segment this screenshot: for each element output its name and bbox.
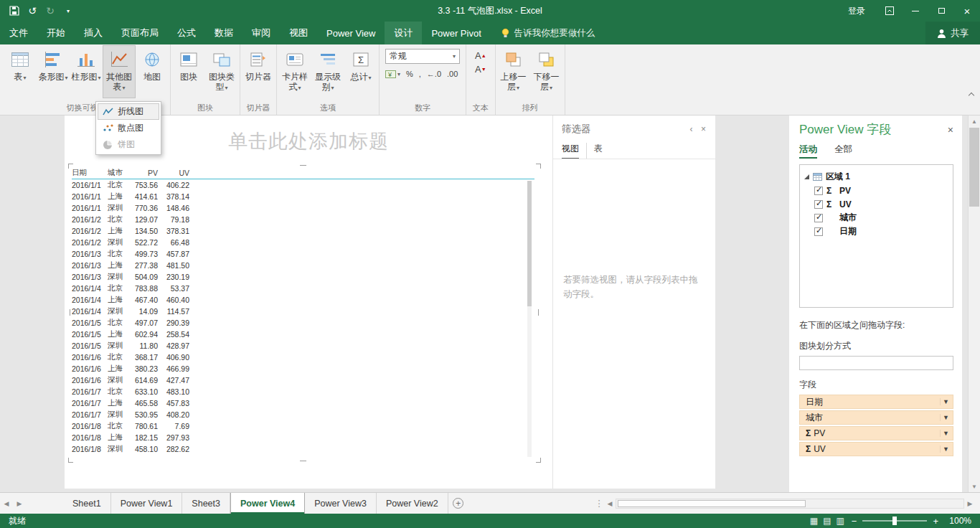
ribbon-tab[interactable]: 设计 <box>385 22 422 44</box>
currency-format-button[interactable]: ¥▾ <box>385 70 400 78</box>
fields-panel-tab[interactable]: 全部 <box>834 143 852 159</box>
sign-in-button[interactable]: 登录 <box>837 5 877 17</box>
ribbon-display-options-button[interactable] <box>877 0 903 22</box>
resize-handle[interactable] <box>70 309 70 316</box>
expander-icon[interactable] <box>804 174 809 179</box>
resize-handle[interactable] <box>68 458 73 463</box>
decrease-font-button[interactable]: A▼ <box>475 65 486 74</box>
well-dropdown-icon[interactable]: ▼ <box>940 430 951 437</box>
chart-menu-item[interactable]: 饼图 <box>98 136 159 153</box>
table-scrollbar[interactable] <box>527 181 532 457</box>
horizontal-scrollbar-thumb[interactable] <box>618 500 806 507</box>
chart-menu-item[interactable]: 散点图 <box>98 120 159 136</box>
table-row[interactable]: 2016/1/7 深圳 530.95 408.20 <box>72 409 534 420</box>
chart-menu-item[interactable]: 折线图 <box>98 103 159 120</box>
comma-format-button[interactable]: , <box>419 70 421 78</box>
table-row[interactable]: 2016/1/1 深圳 770.36 148.46 <box>72 202 534 214</box>
table-row[interactable]: 2016/1/6 深圳 614.69 427.47 <box>72 374 534 386</box>
field-checkbox[interactable] <box>814 187 823 195</box>
zoom-level[interactable]: 100% <box>946 516 971 526</box>
card-style-button[interactable]: 卡片样式▾ <box>278 45 311 98</box>
table-row[interactable]: 2016/1/5 北京 497.07 290.39 <box>72 317 534 329</box>
fields-panel-tab[interactable]: 活动 <box>799 143 817 159</box>
save-button[interactable] <box>6 1 23 20</box>
table-row[interactable]: 2016/1/2 深圳 522.72 66.48 <box>72 237 534 248</box>
table-row[interactable]: 2016/1/2 北京 129.07 79.18 <box>72 214 534 225</box>
table-row[interactable]: 2016/1/5 上海 602.94 258.54 <box>72 329 534 340</box>
table-row[interactable]: 2016/1/4 上海 467.40 460.40 <box>72 294 534 306</box>
table-row[interactable]: 2016/1/6 上海 380.23 466.99 <box>72 363 534 374</box>
field-well[interactable]: 城市 ▼ <box>799 410 953 425</box>
tile-type-button[interactable]: 图块类型▾ <box>205 45 238 98</box>
field-checkbox[interactable] <box>814 200 823 209</box>
totals-button[interactable]: Σ 总计▾ <box>344 45 377 98</box>
sheet-tab[interactable]: Power View1 <box>111 493 183 514</box>
ribbon-tab[interactable]: 视图 <box>280 22 317 44</box>
table-row[interactable]: 2016/1/2 上海 134.50 378.31 <box>72 225 534 237</box>
field-list-item[interactable]: 城市 <box>814 211 948 225</box>
field-checkbox[interactable] <box>814 227 823 236</box>
field-list-item[interactable]: Σ PV <box>814 184 948 197</box>
table-visual[interactable]: 日期 城市 PV UV 2016/1/1 北京 753.56 406.22 20… <box>72 167 534 457</box>
resize-handle[interactable] <box>538 309 539 316</box>
resize-handle[interactable] <box>300 165 306 166</box>
vertical-scrollbar-thumb[interactable] <box>969 128 979 207</box>
field-table-row[interactable]: 区域 1 <box>804 169 948 184</box>
resize-handle[interactable] <box>68 164 73 169</box>
ribbon-tab[interactable]: 公式 <box>168 22 205 44</box>
scroll-right-icon[interactable]: ▶ <box>964 500 976 507</box>
table-row[interactable]: 2016/1/8 深圳 458.10 282.62 <box>72 443 534 455</box>
field-well[interactable]: Σ UV ▼ <box>799 442 953 456</box>
zoom-in-button[interactable]: + <box>933 517 938 526</box>
other-chart-button[interactable]: 其他图表▾ <box>103 45 136 98</box>
table-row[interactable]: 2016/1/3 北京 499.73 457.87 <box>72 248 534 260</box>
number-format-select[interactable]: 常规▾ <box>385 49 460 64</box>
increase-font-button[interactable]: A▲ <box>475 51 486 60</box>
increase-decimal-button[interactable]: ←.0 <box>427 70 441 78</box>
send-backward-button[interactable]: 下移一层▾ <box>530 45 563 98</box>
tab-scroll-splitter[interactable]: ⋮ <box>594 493 604 514</box>
table-scrollbar-thumb[interactable] <box>527 181 532 306</box>
close-panel-icon[interactable]: × <box>697 124 710 134</box>
show-level-button[interactable]: 显示级别▾ <box>311 45 344 98</box>
sheet-nav-left-icon[interactable]: ◀ <box>0 493 13 514</box>
scroll-left-icon[interactable]: ◀ <box>604 500 616 507</box>
resize-handle[interactable] <box>536 458 541 463</box>
ribbon-tab[interactable]: 插入 <box>75 22 112 44</box>
ribbon-tab[interactable]: 页面布局 <box>112 22 168 44</box>
table-row[interactable]: 2016/1/8 上海 182.15 297.93 <box>72 432 534 443</box>
sheet-tab[interactable]: Power View3 <box>305 493 377 514</box>
percent-format-button[interactable]: % <box>406 70 413 78</box>
sheet-tab[interactable]: Sheet1 <box>63 493 111 514</box>
map-button[interactable]: 地图 <box>136 45 169 98</box>
decrease-decimal-button[interactable]: .00 <box>447 70 458 78</box>
table-row[interactable]: 2016/1/3 上海 277.38 481.50 <box>72 260 534 271</box>
ribbon-tab[interactable]: Power Pivot <box>422 22 490 44</box>
bar-chart-button[interactable]: 条形图▾ <box>37 45 70 98</box>
field-checkbox[interactable] <box>814 214 823 222</box>
table-row[interactable]: 2016/1/1 上海 414.61 378.14 <box>72 191 534 202</box>
table-row[interactable]: 2016/1/8 北京 780.61 7.69 <box>72 420 534 432</box>
well-dropdown-icon[interactable]: ▼ <box>940 398 951 405</box>
undo-button[interactable]: ↺ <box>24 1 41 20</box>
scroll-up-icon[interactable]: ▲ <box>969 116 980 127</box>
field-list-item[interactable]: Σ UV <box>814 197 948 211</box>
well-dropdown-icon[interactable]: ▼ <box>940 446 951 453</box>
scroll-down-icon[interactable]: ▼ <box>969 481 980 492</box>
ribbon-tab[interactable]: 审阅 <box>242 22 280 44</box>
new-sheet-button[interactable]: + <box>448 493 468 514</box>
ribbon-tab[interactable]: 开始 <box>37 22 75 44</box>
table-row[interactable]: 2016/1/7 上海 465.58 457.83 <box>72 397 534 409</box>
table-row[interactable]: 2016/1/7 北京 633.10 483.10 <box>72 386 534 397</box>
zoom-slider[interactable] <box>862 520 927 522</box>
close-panel-icon[interactable]: × <box>948 124 953 136</box>
field-list-item[interactable]: 日期 <box>814 225 948 238</box>
table-row[interactable]: 2016/1/4 深圳 14.09 114.57 <box>72 306 534 317</box>
ribbon-tab[interactable]: 文件 <box>0 22 37 44</box>
maximize-button[interactable] <box>928 0 954 22</box>
minimize-button[interactable] <box>903 0 928 22</box>
page-layout-view-icon[interactable]: ▤ <box>823 516 831 526</box>
customize-qat-button[interactable]: ▾ <box>60 1 77 20</box>
tile-by-well[interactable] <box>799 356 953 370</box>
zoom-slider-thumb[interactable] <box>892 517 897 525</box>
